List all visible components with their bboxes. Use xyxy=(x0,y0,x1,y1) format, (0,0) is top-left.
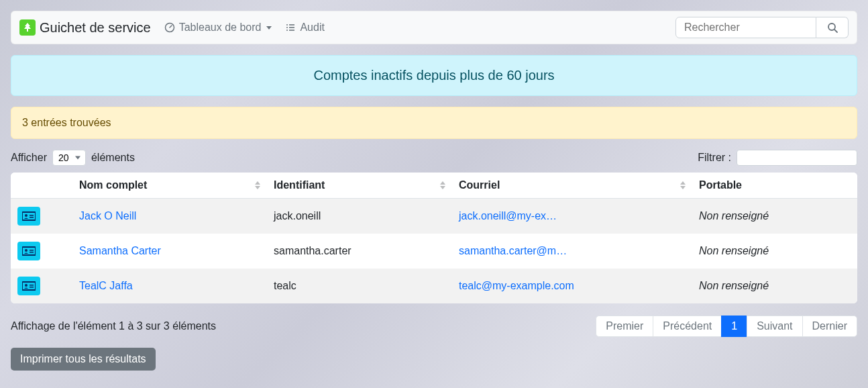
navbar: Guichet de service Tableaux de bord Audi… xyxy=(11,11,857,44)
svg-rect-18 xyxy=(30,285,34,286)
table-footer: Affichage de l'élément 1 à 3 sur 3 éléme… xyxy=(11,316,857,337)
user-mobile: Non renseigné xyxy=(691,234,857,269)
nav-audit[interactable]: Audit xyxy=(285,21,324,34)
table-row: Jack O Neill jack.oneill jack.oneill@my-… xyxy=(11,199,857,234)
page-prev[interactable]: Précédent xyxy=(653,316,722,337)
length-control: Afficher 20 éléments xyxy=(11,150,135,166)
search-icon xyxy=(827,22,838,33)
search-group xyxy=(675,17,849,38)
column-email[interactable]: Courriel xyxy=(451,173,691,199)
svg-point-13 xyxy=(25,249,28,252)
user-name-link[interactable]: Jack O Neill xyxy=(79,210,136,222)
svg-rect-19 xyxy=(30,287,34,288)
nav-dashboards-label: Tableaux de bord xyxy=(179,21,262,34)
sort-icon xyxy=(440,181,445,189)
user-email-link[interactable]: tealc@my-example.com xyxy=(459,280,574,291)
length-suffix: éléments xyxy=(91,152,135,164)
svg-rect-15 xyxy=(30,252,34,253)
svg-rect-2 xyxy=(289,24,294,26)
results-summary-text: 3 entrées trouvées xyxy=(22,117,111,128)
column-actions xyxy=(11,173,71,199)
user-name-link[interactable]: Samantha Carter xyxy=(79,245,161,256)
view-card-button[interactable] xyxy=(17,277,40,295)
table-row: TealC Jaffa tealc tealc@my-example.com N… xyxy=(11,269,857,303)
svg-rect-6 xyxy=(289,30,294,31)
print-button[interactable]: Imprimer tous les résultats xyxy=(11,348,156,371)
length-select[interactable]: 20 xyxy=(52,150,86,166)
results-summary: 3 entrées trouvées xyxy=(11,107,857,139)
filter-control: Filtrer : xyxy=(698,150,857,166)
page-first[interactable]: Premier xyxy=(596,316,653,337)
search-input[interactable] xyxy=(675,17,816,38)
column-ident[interactable]: Identifiant xyxy=(266,173,451,199)
user-email-link[interactable]: samantha.carter@m… xyxy=(459,245,567,256)
list-icon xyxy=(285,22,296,33)
column-mobile: Portable xyxy=(691,173,857,199)
svg-point-9 xyxy=(25,214,28,217)
table-info: Affichage de l'élément 1 à 3 sur 3 éléme… xyxy=(11,320,216,332)
user-mobile: Non renseigné xyxy=(691,269,857,303)
pagination: Premier Précédent 1 Suivant Dernier xyxy=(596,316,857,337)
sort-icon xyxy=(680,181,686,189)
brand-title: Guichet de service xyxy=(40,20,151,36)
user-ident: samantha.carter xyxy=(266,234,451,269)
tree-icon xyxy=(19,19,36,36)
page-last[interactable]: Dernier xyxy=(802,316,857,337)
column-name[interactable]: Nom complet xyxy=(71,173,266,199)
id-card-icon xyxy=(22,246,36,256)
user-email-link[interactable]: jack.oneill@my-ex… xyxy=(459,210,557,222)
user-ident: tealc xyxy=(266,269,451,303)
page-1[interactable]: 1 xyxy=(721,316,747,337)
user-name-link[interactable]: TealC Jaffa xyxy=(79,280,133,291)
table-row: Samantha Carter samantha.carter samantha… xyxy=(11,234,857,269)
view-card-button[interactable] xyxy=(17,207,40,226)
nav-dashboards[interactable]: Tableaux de bord xyxy=(164,21,272,34)
brand[interactable]: Guichet de service xyxy=(19,19,151,36)
user-ident: jack.oneill xyxy=(266,199,451,234)
svg-point-5 xyxy=(286,30,288,31)
length-prefix: Afficher xyxy=(11,152,47,164)
results-table: Nom complet Identifiant Courriel Portabl… xyxy=(11,173,857,303)
svg-rect-10 xyxy=(30,215,34,216)
svg-rect-16 xyxy=(22,282,36,290)
svg-rect-8 xyxy=(22,212,36,220)
page-next[interactable]: Suivant xyxy=(747,316,802,337)
chevron-down-icon xyxy=(266,26,272,30)
page-title-banner: Comptes inactifs depuis plus de 60 jours xyxy=(11,55,857,96)
svg-rect-4 xyxy=(289,27,294,28)
view-card-button[interactable] xyxy=(17,242,40,260)
nav-audit-label: Audit xyxy=(300,21,324,34)
svg-rect-12 xyxy=(22,247,36,255)
table-controls: Afficher 20 éléments Filtrer : xyxy=(11,150,857,166)
filter-label: Filtrer : xyxy=(698,152,731,164)
user-mobile: Non renseigné xyxy=(691,199,857,234)
svg-point-1 xyxy=(286,24,288,26)
svg-point-17 xyxy=(25,284,28,287)
svg-rect-11 xyxy=(30,217,34,218)
svg-point-3 xyxy=(286,27,288,28)
svg-rect-14 xyxy=(30,250,34,251)
id-card-icon xyxy=(22,211,36,222)
sort-icon xyxy=(255,181,260,189)
id-card-icon xyxy=(22,281,36,291)
filter-input[interactable] xyxy=(737,150,857,166)
search-button[interactable] xyxy=(816,17,849,38)
dashboard-icon xyxy=(164,22,175,33)
banner-title: Comptes inactifs depuis plus de 60 jours xyxy=(313,68,554,83)
